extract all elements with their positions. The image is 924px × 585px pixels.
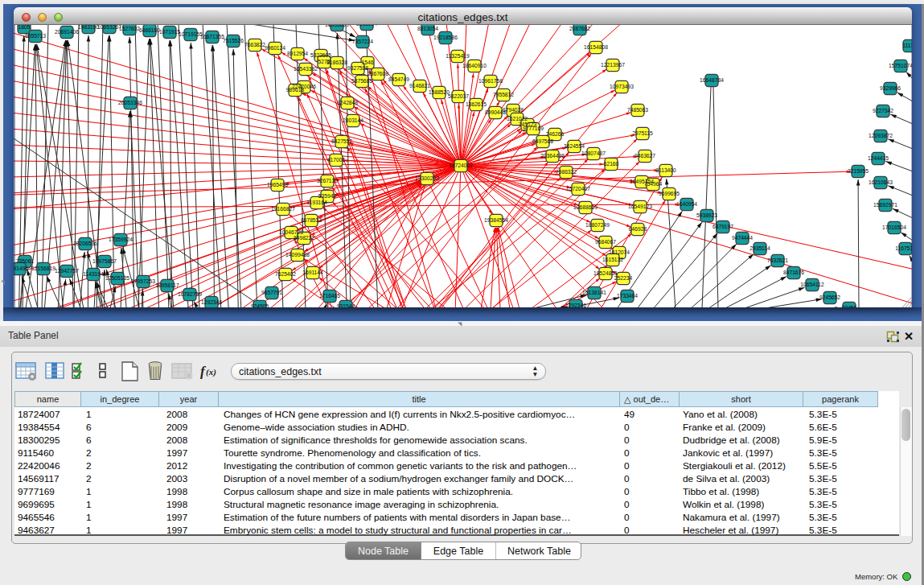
svg-text:1193164: 1193164	[306, 200, 327, 205]
svg-text:5822037: 5822037	[448, 93, 469, 99]
svg-text:9245652: 9245652	[819, 295, 840, 300]
svg-text:6466160: 6466160	[139, 27, 160, 33]
svg-text:9327508: 9327508	[347, 65, 368, 71]
svg-text:8678533: 8678533	[301, 217, 322, 223]
svg-text:11325419: 11325419	[446, 53, 470, 59]
svg-text:1546: 1546	[362, 60, 374, 65]
svg-text:2935114: 2935114	[749, 245, 770, 251]
svg-text:1612074: 1612074	[609, 249, 630, 255]
svg-text:1527602: 1527602	[119, 26, 140, 31]
svg-text:20206536: 20206536	[73, 241, 97, 246]
svg-text:7515526: 7515526	[223, 38, 244, 43]
svg-text:7663822: 7663822	[244, 42, 265, 47]
svg-text:9329966: 9329966	[880, 85, 901, 91]
svg-text:10719155: 10719155	[179, 31, 203, 37]
svg-text:8454749: 8454749	[388, 76, 409, 82]
svg-text:1716465: 1716465	[319, 293, 340, 299]
svg-text:15751074: 15751074	[889, 63, 912, 68]
svg-text:16210643: 16210643	[869, 179, 893, 185]
svg-text:2975115: 2975115	[632, 130, 653, 136]
svg-text:15692971: 15692971	[873, 202, 897, 208]
svg-text:9960124: 9960124	[265, 45, 285, 51]
svg-text:1691144: 1691144	[302, 270, 323, 275]
svg-text:1143194: 1143194	[83, 271, 104, 277]
svg-text:9474444: 9474444	[732, 235, 753, 241]
svg-text:10973493: 10973493	[610, 84, 634, 89]
svg-text:735061: 735061	[16, 258, 35, 264]
svg-text:1244415: 1244415	[868, 155, 889, 161]
svg-text:62160: 62160	[604, 161, 619, 167]
svg-text:1588520: 1588520	[429, 89, 450, 95]
svg-text:9699695: 9699695	[659, 191, 680, 196]
svg-text:6794028: 6794028	[503, 107, 524, 113]
svg-text:(x): (x)	[206, 367, 216, 377]
svg-text:2087682: 2087682	[569, 26, 590, 31]
svg-text:18724007: 18724007	[449, 163, 473, 168]
svg-text:9055713: 9055713	[25, 33, 46, 39]
svg-text:10654112: 10654112	[800, 282, 824, 287]
svg-text:6879197: 6879197	[713, 224, 733, 229]
svg-text:16033809: 16033809	[325, 25, 349, 27]
svg-text:18807249: 18807249	[585, 222, 610, 228]
svg-text:19218586: 19218586	[433, 35, 458, 40]
svg-text:1292346: 1292346	[201, 299, 222, 305]
svg-text:1621022: 1621022	[507, 116, 528, 122]
svg-text:1640954: 1640954	[676, 201, 697, 207]
svg-text:20691406: 20691406	[55, 29, 79, 35]
svg-text:646928: 646928	[629, 226, 647, 232]
svg-text:10046728: 10046728	[279, 229, 303, 235]
svg-text:7485063: 7485063	[627, 107, 648, 113]
svg-text:16136141: 16136141	[582, 290, 606, 295]
svg-text:5938923: 5938923	[696, 212, 717, 218]
svg-text:12213967: 12213967	[601, 62, 625, 68]
svg-text:1965498: 1965498	[267, 182, 288, 187]
svg-text:16549123: 16549123	[628, 204, 652, 209]
svg-text:1615132: 1615132	[602, 257, 623, 262]
svg-text:3267130: 3267130	[317, 178, 338, 183]
svg-text:1071915: 1071915	[159, 29, 180, 35]
svg-text:9657791: 9657791	[261, 290, 282, 295]
svg-text:8912954: 8912954	[287, 51, 308, 56]
svg-text:2367608: 2367608	[368, 71, 388, 76]
svg-text:989618: 989618	[286, 87, 305, 93]
svg-text:10807487: 10807487	[581, 150, 606, 156]
svg-text:8498222: 8498222	[294, 235, 314, 241]
svg-text:16648784: 16648784	[700, 77, 724, 83]
svg-text:8813054: 8813054	[417, 26, 438, 31]
svg-text:9777169: 9777169	[523, 126, 544, 131]
svg-text:19166827: 19166827	[271, 206, 295, 212]
svg-text:17957253: 17957253	[131, 278, 155, 284]
svg-text:9684067: 9684067	[595, 239, 616, 245]
svg-text:746266: 746266	[546, 131, 565, 137]
svg-text:16782759: 16782759	[178, 291, 202, 297]
svg-text:10958117: 10958117	[155, 282, 179, 288]
svg-text:10688609: 10688609	[573, 204, 598, 210]
svg-text:252234: 252234	[614, 275, 633, 281]
svg-text:391496: 391496	[14, 266, 28, 271]
svg-text:2803144: 2803144	[343, 117, 363, 123]
svg-text:16543382: 16543382	[294, 66, 318, 72]
svg-text:754964: 754964	[644, 181, 663, 187]
svg-text:12942757: 12942757	[55, 268, 79, 274]
svg-text:1362615: 1362615	[466, 101, 487, 107]
svg-text:12156819: 12156819	[31, 266, 55, 271]
svg-text:7357224: 7357224	[352, 39, 373, 44]
svg-text:12093872: 12093872	[869, 133, 893, 138]
svg-text:6497568: 6497568	[532, 138, 553, 144]
svg-text:535942: 535942	[318, 193, 337, 199]
svg-text:10653267: 10653267	[97, 25, 121, 30]
svg-text:8186328: 8186328	[326, 60, 347, 65]
svg-text:18640910: 18640910	[462, 63, 487, 68]
svg-text:8813054: 8813054	[356, 25, 377, 27]
svg-text:16154808: 16154808	[584, 44, 608, 50]
svg-text:19384554: 19384554	[484, 217, 508, 223]
svg-text:10975867: 10975867	[92, 258, 117, 264]
svg-text:8113400: 8113400	[655, 167, 676, 173]
svg-text:1167533: 1167533	[895, 245, 912, 251]
svg-text:12505135: 12505135	[105, 275, 129, 281]
svg-text:1805: 1805	[18, 25, 31, 30]
svg-text:3215955: 3215955	[848, 168, 869, 174]
svg-text:16671355: 16671355	[200, 34, 224, 39]
svg-text:8471676: 8471676	[783, 270, 804, 275]
svg-text:1733464: 1733464	[617, 293, 638, 299]
